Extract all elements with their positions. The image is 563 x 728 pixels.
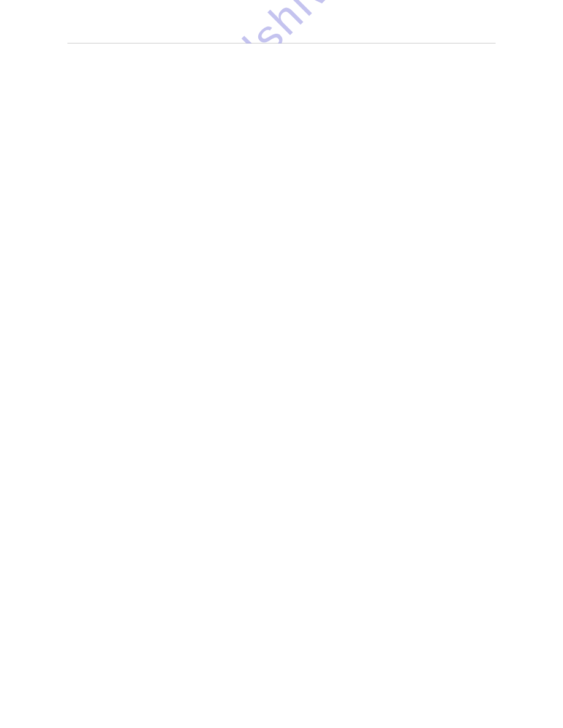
watermark-text: manualshive.com: [129, 0, 434, 44]
top-horizontal-rule: [67, 43, 496, 44]
